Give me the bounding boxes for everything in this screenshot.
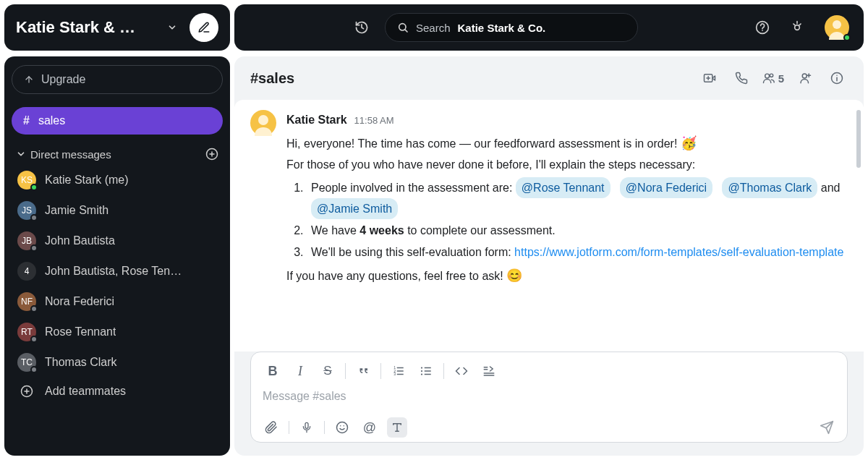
- mention-button[interactable]: @: [359, 417, 380, 438]
- compose-button[interactable]: [190, 13, 218, 42]
- strike-button[interactable]: S: [318, 361, 338, 381]
- scrollbar[interactable]: [856, 110, 861, 168]
- message-list: Katie Stark 11:58 AM Hi, everyone! The t…: [234, 100, 864, 352]
- dm-item[interactable]: KSKatie Stark (me): [12, 166, 223, 194]
- code-block-button[interactable]: [479, 361, 499, 381]
- party-emoji-icon: 🥳: [681, 136, 697, 150]
- svg-point-14: [833, 20, 841, 29]
- channel-name: sales: [38, 114, 65, 127]
- svg-line-13: [793, 24, 795, 25]
- dm-avatar: NF: [17, 292, 36, 311]
- composer-toolbar: B I S 123: [258, 358, 840, 388]
- attach-button[interactable]: [261, 417, 281, 438]
- svg-point-18: [765, 74, 770, 78]
- svg-point-10: [795, 25, 800, 30]
- status-indicator-icon: [30, 336, 38, 343]
- search-icon: [397, 22, 409, 33]
- svg-rect-43: [305, 422, 308, 428]
- chevron-down-icon: [16, 149, 26, 159]
- dm-avatar: RT: [17, 323, 36, 341]
- plus-icon: [17, 382, 36, 401]
- dm-label: Thomas Clark: [45, 356, 117, 369]
- dm-avatar: KS: [17, 171, 36, 189]
- dm-item[interactable]: TCThomas Clark: [12, 349, 223, 376]
- member-count[interactable]: 5: [762, 67, 784, 89]
- composer-input[interactable]: [258, 388, 840, 413]
- ordered-list-button[interactable]: 123: [388, 361, 409, 381]
- svg-point-38: [421, 373, 422, 375]
- italic-button[interactable]: I: [290, 361, 310, 381]
- sidebar-nav: Upgrade # sales Direct messages KSKatie …: [4, 56, 230, 456]
- code-button[interactable]: [451, 361, 472, 381]
- current-user-avatar[interactable]: [825, 15, 849, 40]
- upgrade-button[interactable]: Upgrade: [12, 65, 223, 94]
- add-teammates-button[interactable]: Add teammates: [12, 376, 223, 406]
- add-member-icon[interactable]: [794, 67, 816, 89]
- dm-avatar: TC: [17, 353, 36, 372]
- upgrade-icon: [24, 74, 34, 85]
- status-indicator-icon: [30, 244, 38, 252]
- channel-content: #sales 5: [234, 56, 864, 456]
- activity-button[interactable]: [786, 16, 809, 39]
- channel-title[interactable]: #sales: [250, 70, 294, 87]
- format-toggle-button[interactable]: [387, 417, 407, 438]
- dm-avatar: 4: [17, 262, 36, 281]
- dm-label: John Bautista, Rose Ten…: [45, 265, 182, 278]
- bold-button[interactable]: B: [263, 361, 283, 381]
- dm-item[interactable]: RTRose Tennant: [12, 318, 223, 346]
- workspace-name[interactable]: Katie Stark & …: [16, 18, 155, 37]
- dm-label: Jamie Smith: [45, 204, 109, 217]
- dm-item[interactable]: NFNora Federici: [12, 288, 223, 315]
- form-link[interactable]: https://www.jotform.com/form-templates/s…: [514, 246, 843, 258]
- hash-icon: #: [23, 114, 30, 127]
- svg-point-45: [337, 422, 348, 433]
- workspace-menu-chevron-icon[interactable]: [162, 17, 182, 38]
- channel-header: #sales 5: [234, 56, 864, 100]
- member-count-value: 5: [778, 72, 784, 85]
- search-context: Katie Stark & Co.: [458, 22, 546, 34]
- search-input[interactable]: Search Katie Stark & Co.: [385, 13, 638, 42]
- search-prefix: Search: [416, 22, 451, 34]
- dm-section-header[interactable]: Direct messages: [12, 148, 223, 161]
- status-indicator-icon: [30, 305, 38, 312]
- svg-line-12: [799, 24, 801, 25]
- add-video-icon[interactable]: [699, 67, 720, 89]
- dm-section-label: Direct messages: [30, 148, 111, 161]
- mention-rose[interactable]: @Rose Tennant: [516, 177, 610, 198]
- send-button[interactable]: [817, 417, 837, 438]
- mention-thomas[interactable]: @Thomas Clark: [722, 177, 817, 198]
- mention-nora[interactable]: @Nora Federici: [620, 177, 712, 198]
- status-indicator-icon: [30, 366, 38, 373]
- dm-label: Nora Federici: [45, 295, 114, 308]
- message-author-avatar[interactable]: [250, 110, 276, 136]
- message-author[interactable]: Katie Stark: [286, 110, 347, 129]
- history-button[interactable]: [350, 16, 373, 39]
- help-button[interactable]: [751, 16, 774, 39]
- info-icon[interactable]: [826, 67, 848, 89]
- workspace-header: Katie Stark & …: [4, 4, 230, 51]
- dm-label: John Bautista: [45, 234, 115, 247]
- emoji-button[interactable]: [332, 417, 352, 438]
- dm-list: KSKatie Stark (me)JSJamie SmithJBJohn Ba…: [12, 166, 223, 376]
- status-indicator-icon: [30, 214, 38, 221]
- bullet-list-button[interactable]: [416, 361, 436, 381]
- topbar: Search Katie Stark & Co.: [234, 4, 864, 51]
- dm-avatar: JB: [17, 231, 36, 250]
- svg-point-20: [802, 74, 807, 78]
- upgrade-label: Upgrade: [41, 73, 85, 86]
- channel-item-sales[interactable]: # sales: [12, 107, 223, 135]
- svg-point-37: [421, 370, 422, 372]
- mention-jamie[interactable]: @Jamie Smith: [311, 198, 398, 219]
- call-icon[interactable]: [731, 67, 752, 89]
- message-composer: B I S 123: [250, 352, 848, 443]
- mic-button[interactable]: [297, 417, 317, 438]
- add-dm-icon[interactable]: [205, 148, 218, 161]
- quote-button[interactable]: [353, 361, 373, 381]
- smile-emoji-icon: 😊: [506, 268, 522, 283]
- message-text: Hi, everyone! The time has come — our fe…: [286, 132, 848, 286]
- add-teammates-label: Add teammates: [45, 385, 126, 398]
- dm-avatar: JS: [17, 201, 36, 220]
- dm-item[interactable]: 4John Bautista, Rose Ten…: [12, 257, 223, 285]
- dm-item[interactable]: JBJohn Bautista: [12, 227, 223, 255]
- dm-item[interactable]: JSJamie Smith: [12, 197, 223, 224]
